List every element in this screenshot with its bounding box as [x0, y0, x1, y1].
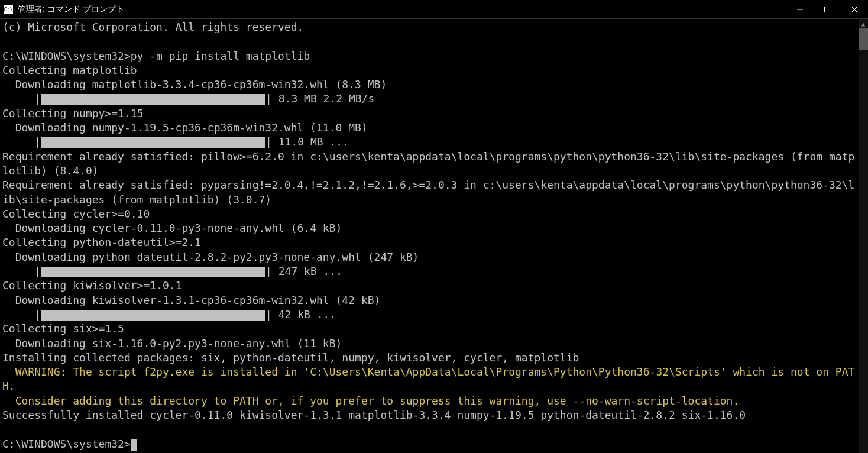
- terminal-line: (c) Microsoft Corporation. All rights re…: [2, 20, 856, 34]
- terminal-line: WARNING: The script f2py.exe is installe…: [2, 365, 856, 394]
- window-controls: [786, 0, 868, 18]
- terminal-line: || 11.0 MB ...: [2, 135, 856, 149]
- svg-rect-1: [825, 7, 830, 12]
- terminal-line: C:\WINDOWS\system32>: [2, 437, 856, 451]
- terminal-line: Downloading kiwisolver-1.3.1-cp36-cp36m-…: [2, 293, 856, 308]
- terminal-line: || 247 kB ...: [2, 264, 856, 279]
- terminal-output[interactable]: (c) Microsoft Corporation. All rights re…: [0, 19, 859, 453]
- terminal-line: Collecting kiwisolver>=1.0.1: [2, 279, 856, 293]
- terminal-line: Downloading cycler-0.11.0-py3-none-any.w…: [2, 221, 856, 235]
- terminal-line: Installing collected packages: six, pyth…: [2, 351, 856, 365]
- terminal-line: [2, 422, 856, 436]
- scrollbar[interactable]: ▲: [859, 19, 868, 453]
- terminal-line: Requirement already satisfied: pyparsing…: [2, 178, 856, 207]
- terminal-line: Collecting numpy>=1.15: [2, 106, 856, 121]
- terminal-line: Collecting cycler>=0.10: [2, 207, 856, 221]
- terminal-line: [2, 34, 856, 48]
- progress-bar: [41, 94, 265, 105]
- terminal-line: Collecting matplotlib: [2, 63, 856, 77]
- terminal-line: Downloading matplotlib-3.3.4-cp36-cp36m-…: [2, 77, 856, 92]
- progress-bar: [41, 137, 265, 148]
- titlebar[interactable]: C:\ 管理者: コマンド プロンプト: [0, 0, 868, 19]
- scroll-up-button[interactable]: ▲: [859, 19, 868, 28]
- terminal-line: C:\WINDOWS\system32>py -m pip install ma…: [2, 49, 856, 63]
- terminal-line: Downloading numpy-1.19.5-cp36-cp36m-win3…: [2, 121, 856, 135]
- close-button[interactable]: [841, 0, 868, 18]
- cmd-icon: C:\: [4, 5, 13, 14]
- terminal-line: Successfully installed cycler-0.11.0 kiw…: [2, 408, 856, 422]
- terminal-line: Collecting six>=1.5: [2, 322, 856, 336]
- window-title: 管理者: コマンド プロンプト: [18, 4, 124, 15]
- maximize-button[interactable]: [814, 0, 841, 18]
- scroll-thumb[interactable]: [859, 28, 868, 50]
- terminal-line: Requirement already satisfied: pillow>=6…: [2, 150, 856, 179]
- terminal-line: Consider adding this directory to PATH o…: [2, 394, 856, 408]
- terminal-line: Downloading six-1.16.0-py2.py3-none-any.…: [2, 336, 856, 351]
- cursor: [131, 439, 137, 451]
- terminal-line: Collecting python-dateutil>=2.1: [2, 235, 856, 250]
- minimize-button[interactable]: [786, 0, 814, 18]
- progress-bar: [41, 267, 265, 277]
- terminal-line: || 8.3 MB 2.2 MB/s: [2, 92, 856, 106]
- progress-bar: [41, 310, 265, 321]
- terminal-line: Downloading python_dateutil-2.8.2-py2.py…: [2, 250, 856, 264]
- terminal-line: || 42 kB ...: [2, 308, 856, 322]
